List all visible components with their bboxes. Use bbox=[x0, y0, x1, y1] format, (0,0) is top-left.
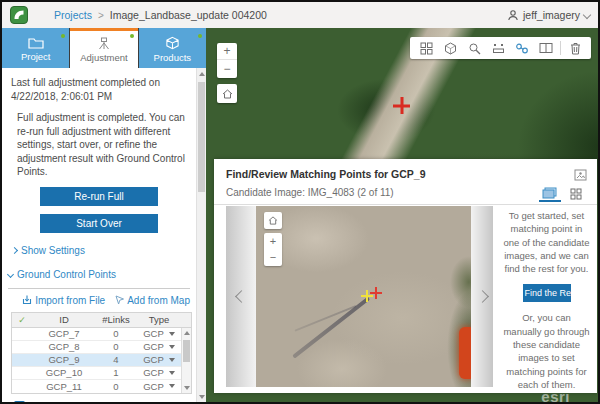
type-dropdown-arrow-icon[interactable] bbox=[169, 332, 175, 336]
table-row[interactable]: GCP_94GCP bbox=[12, 354, 191, 367]
toolbar-divider bbox=[560, 41, 561, 55]
adjustment-theodolite-icon bbox=[96, 37, 112, 50]
gcp-table-header: ✓ ID #Links Type bbox=[12, 313, 191, 328]
tab-adjustment[interactable]: Adjustment bbox=[70, 28, 137, 68]
col-header-type[interactable]: Type bbox=[136, 314, 182, 325]
type-dropdown-arrow-icon[interactable] bbox=[169, 358, 175, 362]
adjustment-panel-content: Last full adjustment completed on 4/22/2… bbox=[2, 68, 196, 402]
find-the-rest-button[interactable]: Find the Rest bbox=[523, 284, 571, 302]
arcgis-logo-icon bbox=[10, 6, 28, 24]
scroll-up-icon[interactable] bbox=[184, 331, 190, 335]
map-view[interactable]: + − bbox=[206, 28, 598, 402]
table-row[interactable]: GCP_101GCP bbox=[12, 367, 191, 380]
gcp-marker-map[interactable] bbox=[393, 97, 410, 114]
candidate-home-button[interactable] bbox=[264, 212, 282, 229]
card-view-toggle[interactable] bbox=[539, 185, 561, 202]
gcp-id-cell: GCP_7 bbox=[32, 328, 96, 339]
type-dropdown-arrow-icon[interactable] bbox=[169, 371, 175, 375]
candidate-zoom-out-button[interactable]: − bbox=[264, 249, 282, 265]
gcp-type-cell[interactable]: GCP bbox=[136, 341, 182, 352]
gcp-id-cell: GCP_9 bbox=[32, 354, 96, 365]
gcp-links-icon[interactable] bbox=[510, 37, 534, 59]
chevron-left-icon bbox=[235, 290, 248, 303]
gcp-id-cell: GCP_10 bbox=[32, 367, 96, 378]
scroll-down-icon[interactable] bbox=[184, 386, 190, 390]
products-status-dot bbox=[198, 34, 202, 38]
breadcrumb-current-project: Image_Landbase_update 004200 bbox=[110, 9, 267, 21]
user-menu[interactable]: jeff_imagery bbox=[507, 9, 590, 21]
table-row[interactable]: GCP_110GCP bbox=[12, 380, 191, 393]
chevron-right-icon bbox=[11, 246, 18, 253]
gcp-id-cell: GCP_11 bbox=[32, 381, 96, 392]
folder-icon bbox=[28, 37, 44, 49]
type-dropdown-arrow-icon[interactable] bbox=[169, 345, 175, 349]
gcp-links-cell: 0 bbox=[96, 381, 136, 392]
previous-image-button[interactable] bbox=[226, 206, 256, 387]
instructions-column: To get started, set matching point in on… bbox=[502, 209, 591, 391]
grid-view-toggle[interactable] bbox=[565, 185, 587, 202]
show-gcp-details-checkbox[interactable]: ✓ bbox=[14, 401, 25, 403]
zoom-out-button[interactable]: − bbox=[217, 60, 237, 77]
panel-scroll-thumb[interactable] bbox=[198, 82, 205, 192]
candidate-zoom-in-button[interactable]: + bbox=[264, 233, 282, 249]
add-from-map-label: Add from Map bbox=[127, 295, 190, 306]
start-over-button[interactable]: Start Over bbox=[40, 214, 158, 233]
gcp-table: ✓ ID #Links Type GCP_70GCPGCP_80GCPGCP_9… bbox=[11, 312, 192, 394]
show-settings-toggle[interactable]: Show Settings bbox=[12, 245, 196, 256]
projected-point-marker-red bbox=[370, 287, 382, 299]
delete-icon[interactable] bbox=[563, 37, 587, 59]
breadcrumb-separator: > bbox=[98, 10, 104, 21]
home-extent-button[interactable] bbox=[217, 84, 237, 103]
add-from-map-link[interactable]: Add from Map bbox=[115, 295, 190, 306]
thumbnail-grid-icon[interactable] bbox=[414, 37, 438, 59]
find-review-title: Find/Review Matching Points for GCP_9 bbox=[214, 159, 597, 180]
zoom-in-button[interactable]: + bbox=[217, 43, 237, 60]
rerun-full-button[interactable]: Re-run Full bbox=[40, 187, 158, 206]
gcp-type-cell[interactable]: GCP bbox=[136, 367, 182, 378]
table-row[interactable]: GCP_70GCP bbox=[12, 328, 191, 341]
pole-shadow-faint bbox=[294, 305, 356, 332]
gcp-type-cell[interactable]: GCP bbox=[136, 354, 182, 365]
panel-scrollbar[interactable] bbox=[196, 68, 206, 402]
instruction-primary: To get started, set matching point in on… bbox=[502, 209, 591, 275]
candidate-image-viewer[interactable]: + − bbox=[256, 206, 471, 387]
import-icon bbox=[22, 295, 32, 305]
image-pairs-icon[interactable] bbox=[534, 37, 558, 59]
orange-ground-object bbox=[459, 327, 471, 379]
adjustment-status-dot bbox=[130, 34, 134, 38]
user-chevron-down-icon bbox=[583, 11, 591, 19]
top-bar: Projects > Image_Landbase_update 004200 … bbox=[2, 2, 598, 28]
user-name: jeff_imagery bbox=[523, 9, 580, 21]
find-review-body: + − To get started, set matching point i… bbox=[214, 206, 597, 387]
table-scrollbar[interactable] bbox=[181, 328, 191, 393]
next-image-button[interactable] bbox=[471, 206, 493, 387]
popout-icon[interactable] bbox=[574, 167, 587, 185]
import-from-file-link[interactable]: Import from File bbox=[22, 295, 105, 306]
tab-products[interactable]: Products bbox=[139, 28, 206, 68]
select-all-check-icon[interactable]: ✓ bbox=[12, 315, 32, 325]
breadcrumb-projects[interactable]: Projects bbox=[54, 9, 92, 21]
gcp-type-cell[interactable]: GCP bbox=[136, 328, 182, 339]
last-adjustment-status: Last full adjustment completed on 4/22/2… bbox=[11, 76, 188, 103]
panel-scroll-up-icon[interactable] bbox=[199, 72, 205, 76]
type-dropdown-arrow-icon[interactable] bbox=[169, 384, 175, 388]
gcp-type-cell[interactable]: GCP bbox=[136, 381, 182, 392]
instruction-secondary: Or, you can manually go through these ca… bbox=[502, 311, 591, 391]
panel-tabs: Project Adjustment Products bbox=[2, 28, 206, 68]
table-scroll-thumb[interactable] bbox=[183, 340, 190, 362]
gcp-id-cell: GCP_8 bbox=[32, 341, 96, 352]
panel-scroll-down-icon[interactable] bbox=[199, 395, 205, 399]
gcp-links-cell: 0 bbox=[96, 341, 136, 352]
view-toggles bbox=[539, 185, 587, 202]
tab-project[interactable]: Project bbox=[2, 28, 69, 68]
tab-project-label: Project bbox=[21, 51, 51, 62]
seed-points-icon[interactable] bbox=[486, 37, 510, 59]
table-row[interactable]: GCP_80GCP bbox=[12, 341, 191, 354]
col-header-id[interactable]: ID bbox=[32, 314, 96, 325]
map-toolbar bbox=[410, 37, 591, 59]
gcp-section-toggle[interactable]: Ground Control Points bbox=[8, 269, 196, 280]
basemap-icon[interactable] bbox=[438, 37, 462, 59]
search-icon[interactable] bbox=[462, 37, 486, 59]
home-icon bbox=[222, 89, 233, 99]
col-header-links[interactable]: #Links bbox=[96, 314, 136, 325]
